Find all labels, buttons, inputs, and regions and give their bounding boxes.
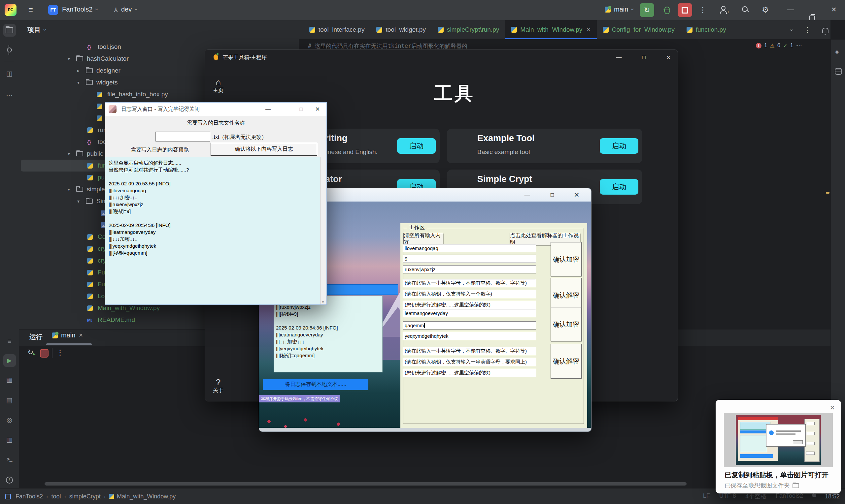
encrypt-key-field[interactable]: 9	[403, 255, 536, 263]
debug-icon[interactable]	[664, 6, 670, 14]
branch-widget[interactable]: Y dev	[114, 6, 137, 13]
notification-close-icon[interactable]	[829, 404, 835, 412]
decrypt-input-field[interactable]: (请在此输入一串英语字母，不能有空格、数字、字符等)	[403, 279, 536, 287]
rerun-button[interactable]	[640, 3, 654, 17]
encrypt2-result-field[interactable]: yeqxymdgeihqhytek	[403, 332, 536, 340]
crypt-minimize-icon[interactable]	[516, 188, 538, 201]
project-widget[interactable]: FanTools2	[62, 6, 98, 13]
run-tab[interactable]: main	[52, 331, 83, 339]
crypt-close-icon[interactable]	[566, 188, 587, 201]
database-tool-icon[interactable]	[835, 68, 842, 75]
expand-arrow-icon[interactable]	[68, 56, 76, 61]
crumb-project[interactable]: FanTools2	[16, 493, 43, 500]
services-tool-icon[interactable]	[0, 396, 19, 404]
tab-list-chevron-icon[interactable]	[788, 29, 795, 31]
covered-blue-button[interactable]	[325, 284, 398, 295]
dialog-scrollbar[interactable]	[320, 157, 327, 304]
editor-tab[interactable]: Main_with_Window.py	[505, 20, 596, 39]
confirm-write-button[interactable]: 确认将以下内容写入日志	[211, 143, 317, 156]
rerun-icon[interactable]	[28, 348, 33, 356]
dialog-minimize-icon[interactable]	[260, 103, 276, 116]
crypt-log-preview[interactable]: |||↓↓↓加密↓↓↓ |||ruxenvjwpxzjz |||[秘钥=9] 2…	[274, 295, 383, 372]
mango-minimize-icon[interactable]	[610, 50, 628, 65]
expand-arrow-icon[interactable]	[68, 151, 76, 156]
decrypt2-result-field[interactable]: (您仍未进行过解密......这里空荡荡的欸)	[403, 369, 536, 377]
todo-tool-icon[interactable]	[0, 338, 19, 345]
search-icon[interactable]	[742, 6, 749, 14]
confirm-encrypt-button[interactable]: 确认加密	[550, 242, 582, 276]
commit-tool-icon[interactable]	[0, 47, 19, 54]
nav-home[interactable]: 主页	[205, 78, 231, 94]
stop-button[interactable]	[677, 3, 692, 17]
breadcrumb[interactable]: FanTools2toolsimpleCrypt	[16, 493, 109, 500]
decrypt-result-field[interactable]: (您仍未进行过解密......这里空荡荡的欸)	[403, 301, 536, 309]
status-line-ending[interactable]: LF	[703, 492, 710, 500]
encrypt2-plaintext-field[interactable]: ieatmangoeveryday	[403, 309, 536, 317]
launch-button[interactable]: 启动	[397, 138, 436, 154]
stop-icon[interactable]	[40, 349, 49, 358]
window-close-icon[interactable]	[831, 6, 837, 14]
confirm-encrypt2-button[interactable]: 确认加密	[550, 307, 582, 341]
add-user-icon[interactable]: +	[720, 6, 727, 14]
tab-close-icon[interactable]	[586, 27, 591, 33]
next-problem-icon[interactable]	[798, 45, 804, 47]
log-preview-textarea[interactable]: 这里会显示启动后的解释日志...... 当然您也可以对其进行手动编辑......…	[105, 157, 320, 304]
expand-arrow-icon[interactable]	[77, 80, 86, 85]
status-interpreter[interactable]: FanTools2	[776, 492, 803, 500]
settings-gear-icon[interactable]	[762, 5, 769, 15]
more-tools-icon[interactable]	[0, 91, 19, 99]
editor-tab[interactable]: tool_interface.py	[303, 20, 370, 39]
decrypt-key-field[interactable]: (请在此输入秘钥，仅支持输入一个数字)	[403, 290, 536, 298]
nav-about[interactable]: ? 关于	[205, 378, 231, 394]
run-tool-icon[interactable]: ▶	[0, 354, 19, 367]
dialog-title-bar[interactable]: 日志写入窗口 - 写入完毕记得关闭	[105, 103, 327, 116]
editor-tab[interactable]: simpleCrypt\run.py	[432, 20, 505, 39]
launch-button[interactable]: 启动	[600, 138, 638, 154]
structure-tool-icon[interactable]	[0, 70, 19, 77]
encrypt2-key-field[interactable]: qaqemm	[403, 321, 536, 329]
crumb-folder[interactable]: simpleCrypt	[69, 493, 101, 500]
lock-icon[interactable]	[812, 494, 816, 497]
tab-options-icon[interactable]	[804, 26, 811, 34]
project-tool-icon[interactable]	[0, 24, 19, 37]
window-mode-icon[interactable]	[5, 494, 11, 499]
more-actions-icon[interactable]	[699, 6, 706, 14]
encrypt-result-field[interactable]: ruxenvjwpxzjz	[403, 265, 536, 273]
decrypt2-key-field[interactable]: (请在此输入秘钥，仅支持输入一串英语字母，要求同上)	[403, 358, 536, 366]
dialog-maximize-icon[interactable]	[293, 103, 309, 116]
ai-assistant-icon[interactable]	[835, 49, 839, 55]
editor-tab[interactable]: tool_widget.py	[370, 20, 432, 39]
expand-arrow-icon[interactable]	[77, 199, 86, 204]
terminal-tool-icon[interactable]: >_	[0, 456, 19, 462]
save-log-button[interactable]: 将日志保存到本地文本......	[263, 379, 368, 390]
console-horizontal-scrollbar[interactable]	[45, 482, 687, 486]
problems-widget[interactable]: ! 1 6 1	[756, 42, 802, 49]
mango-title-bar[interactable]: 芒果工具箱-主程序	[205, 50, 677, 65]
confirm-decrypt2-button[interactable]: 确认解密	[550, 344, 582, 379]
status-indent[interactable]: 4个空格	[745, 492, 767, 500]
run-tab-close-icon[interactable]	[78, 332, 83, 338]
window-minimize-icon[interactable]	[787, 6, 794, 13]
dialog-close-icon[interactable]	[309, 103, 326, 116]
editor-tab[interactable]: Config_for_Window.py	[597, 20, 681, 39]
clear-all-button[interactable]: 清空所有输入内容	[403, 233, 443, 246]
python-console-icon[interactable]	[0, 416, 19, 424]
mango-maximize-icon[interactable]	[635, 50, 653, 65]
screenshot-thumbnail[interactable]	[724, 413, 833, 467]
decrypt2-input-field[interactable]: (请在此输入一串英语字母，不能有空格、数字、字符等)	[403, 347, 536, 355]
run-config-widget[interactable]: main	[605, 6, 633, 13]
project-panel-title[interactable]: 项目	[28, 25, 40, 34]
crumb-folder[interactable]: tool	[51, 493, 61, 500]
notifications-bell-icon[interactable]	[822, 28, 828, 33]
status-encoding[interactable]: UTF-8	[719, 492, 736, 500]
editor-tab[interactable]: function.py	[681, 20, 732, 39]
crypt-maximize-icon[interactable]	[542, 188, 563, 201]
python-packages-icon[interactable]	[0, 376, 19, 384]
expand-arrow-icon[interactable]	[68, 187, 76, 192]
encrypt-plaintext-field[interactable]: ilovemangoqaq	[403, 244, 536, 252]
crumb-file[interactable]: Main_with_Window.py	[117, 493, 176, 500]
problems-tool-icon[interactable]: !	[0, 475, 19, 484]
mango-close-icon[interactable]	[659, 50, 677, 65]
notification-subtitle[interactable]: 已保存至联想截图文件夹	[724, 482, 799, 489]
expand-arrow-icon[interactable]	[77, 68, 86, 73]
